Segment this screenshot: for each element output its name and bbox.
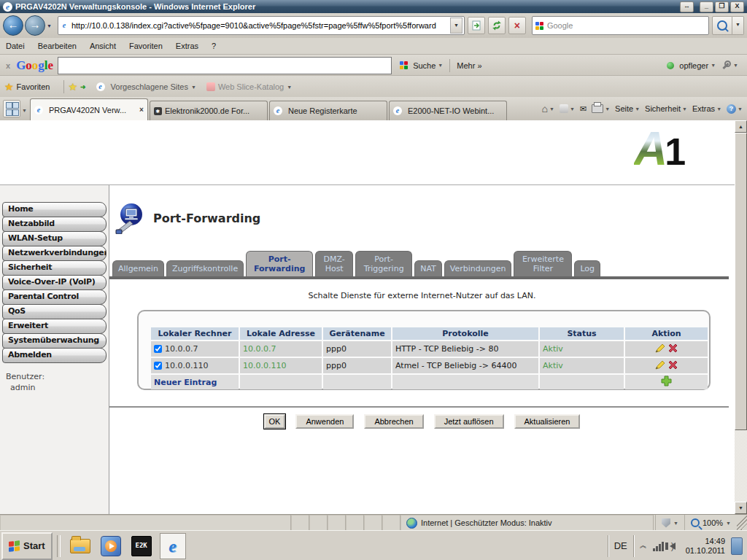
feeds-button[interactable]: ▼ [560, 104, 575, 113]
add-favorite-button[interactable]: ★ ➜ [68, 81, 85, 93]
search-options-dropdown-icon[interactable]: ▼ [732, 16, 744, 35]
browser-tab-1[interactable]: e PRGAV4202N Verw... × [30, 98, 148, 120]
add-icon[interactable] [661, 376, 672, 389]
media-player-taskbar-button[interactable] [98, 534, 123, 559]
browser-tab-3[interactable]: e Neue Registerkarte [269, 101, 387, 120]
favorites-button[interactable]: ★ Favoriten [4, 81, 50, 93]
refresh-button[interactable] [488, 17, 506, 34]
taskbar-clock[interactable]: 14:49 01.10.2011 [686, 537, 725, 556]
tab-nat[interactable]: NAT [414, 260, 442, 276]
compatibility-view-button[interactable] [468, 17, 485, 34]
tray-expand-icon[interactable]: ︽ [640, 540, 647, 551]
close-tab-icon[interactable]: × [139, 106, 144, 114]
sidebar-item-parental-control[interactable]: Parental Control [2, 289, 107, 305]
sidebar-item-abmelden[interactable]: Abmelden [2, 348, 107, 363]
delete-icon[interactable] [667, 343, 678, 356]
menu-extras[interactable]: Extras [176, 42, 198, 50]
account-button[interactable]: opfleger ▼ [676, 60, 719, 71]
forward-button[interactable]: → [25, 15, 45, 36]
scroll-up-icon[interactable]: ▲ [735, 120, 747, 133]
vertical-scrollbar[interactable]: ▲ ▼ [735, 120, 747, 514]
sidebar-item-systemueberwachung[interactable]: Systemüberwachung [2, 333, 107, 349]
google-more-button[interactable]: Mehr » [454, 60, 484, 71]
restore-button[interactable]: ❐ [715, 1, 729, 12]
delete-icon[interactable] [667, 359, 678, 373]
search-button[interactable] [712, 16, 732, 35]
scroll-down-icon[interactable]: ▼ [735, 502, 747, 514]
tab-list-dropdown-icon[interactable]: ▼ [22, 108, 27, 113]
sidebar-item-qos[interactable]: QoS [2, 304, 107, 319]
menu-hilfe[interactable]: ? [212, 42, 216, 50]
browser-tab-2[interactable]: ✱ Elektronik2000.de For... [150, 101, 268, 120]
tools-menu-button[interactable]: Extras▼ [692, 104, 721, 113]
read-mail-button[interactable]: ✉ [580, 104, 587, 114]
tab-zugriffskontrolle[interactable]: Zugriffskontrolle [166, 260, 244, 276]
security-menu-button[interactable]: Sicherheit▼ [645, 104, 687, 113]
close-button[interactable]: X [730, 1, 744, 12]
e2k-taskbar-button[interactable]: E2K [129, 534, 154, 559]
sidebar-item-wlan-setup[interactable]: WLAN-Setup [2, 231, 107, 246]
aktualisieren-button[interactable]: Aktualisieren [514, 414, 581, 429]
anwenden-button[interactable]: Anwenden [295, 414, 354, 429]
toolbar-close-icon[interactable]: x [6, 61, 10, 70]
row-enabled-checkbox[interactable] [154, 362, 162, 370]
tab-port-triggering[interactable]: Port- Triggering [355, 251, 412, 276]
volume-icon[interactable] [670, 542, 676, 550]
edit-icon[interactable] [654, 359, 665, 373]
minimize-button[interactable]: _ [700, 1, 713, 12]
explorer-taskbar-button[interactable] [68, 534, 93, 559]
sidebar-item-netzwerkverbindungen[interactable]: Netzwerkverbindungen [2, 246, 107, 261]
page-menu-button[interactable]: Seite▼ [615, 104, 640, 113]
google-search-button[interactable]: Suche ▼ [396, 60, 446, 71]
sidebar-item-netzabbild[interactable]: Netzabbild [2, 217, 107, 232]
tab-allgemein[interactable]: Allgemein [112, 260, 164, 276]
toolbar-settings-button[interactable]: ▼ [719, 59, 741, 71]
url-text[interactable]: http://10.0.0.138/index.cgi?active%5fpag… [71, 21, 436, 30]
show-desktop-button[interactable] [731, 537, 743, 555]
scrollbar-thumb[interactable] [735, 133, 747, 430]
sidebar-item-sicherheit[interactable]: Sicherheit [2, 260, 107, 276]
back-button[interactable]: ← [3, 15, 23, 36]
sidebar-item-voip[interactable]: Voice-Over-IP (VoIP) [2, 275, 107, 290]
abbrechen-button[interactable]: Abbrechen [364, 414, 423, 429]
sidebar-item-erweitert[interactable]: Erweitert [2, 319, 107, 334]
network-signal-icon[interactable] [653, 541, 664, 551]
web-slice-button[interactable]: Web Slice-Katalog ▼ [206, 82, 292, 91]
quick-tabs-icon[interactable] [3, 100, 20, 117]
tab-verbindungen[interactable]: Verbindungen [444, 260, 512, 276]
print-button[interactable]: ▼ [592, 104, 610, 113]
protected-mode-button[interactable]: ▼ [655, 515, 684, 531]
zoom-button[interactable]: 100% ▼ [684, 515, 737, 531]
suggested-sites-button[interactable]: e Vorgeschlagene Sites ▼ [96, 82, 196, 91]
sidebar-item-home[interactable]: Home [2, 202, 107, 217]
tab-port-forwarding[interactable]: Port- Forwarding [246, 251, 313, 276]
start-button[interactable]: Start [1, 532, 53, 560]
resize-grip[interactable] [737, 515, 747, 531]
help-menu-button[interactable]: ?▼ [727, 104, 743, 114]
menu-favoriten[interactable]: Favoriten [129, 42, 163, 50]
home-button[interactable]: ⌂▼ [542, 103, 554, 114]
resize-icon[interactable]: ↔ [680, 1, 694, 12]
history-dropdown-icon[interactable]: ▼ [47, 23, 52, 28]
search-provider-text[interactable]: Google [547, 21, 573, 30]
google-search-input[interactable] [58, 57, 392, 74]
tab-dmz-host[interactable]: DMZ- Host [315, 251, 353, 276]
url-field[interactable]: e http://10.0.0.138/index.cgi?active%5fp… [58, 16, 465, 35]
tab-log[interactable]: Log [574, 260, 600, 276]
browser-tab-4[interactable]: e E2000-NET-IO Webint... [389, 101, 507, 120]
url-dropdown-icon[interactable]: ▼ [450, 18, 462, 34]
menu-datei[interactable]: Datei [6, 42, 25, 50]
ok-button[interactable]: OK [264, 414, 286, 429]
ie-taskbar-button[interactable]: e [160, 533, 186, 559]
new-entry-link[interactable]: Neuer Eintrag [151, 375, 239, 389]
address-bar: ← → ▼ e http://10.0.0.138/index.cgi?acti… [0, 13, 747, 38]
search-provider-box[interactable]: Google [532, 16, 709, 35]
edit-icon[interactable] [654, 343, 665, 356]
menu-bearbeiten[interactable]: Bearbeiten [38, 42, 77, 50]
stop-button[interactable]: × [508, 17, 526, 34]
menu-ansicht[interactable]: Ansicht [90, 42, 116, 50]
jetzt-aufloesen-button[interactable]: Jetzt auflösen [434, 414, 504, 429]
row-enabled-checkbox[interactable] [154, 345, 162, 353]
language-indicator[interactable]: DE [614, 540, 627, 551]
tab-erweiterte-filter[interactable]: Erweiterte Filter [514, 251, 572, 276]
